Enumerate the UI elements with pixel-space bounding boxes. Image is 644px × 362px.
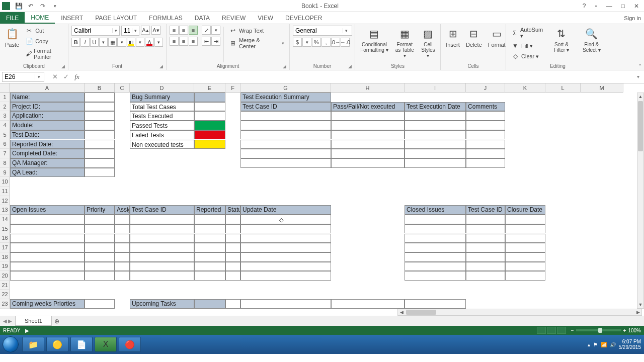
- zoom-slider[interactable]: [576, 329, 621, 331]
- cell[interactable]: [405, 243, 466, 252]
- worksheet-grid[interactable]: ABCDEFGHIJKLM 12345678910111213141516171…: [0, 83, 644, 316]
- cell[interactable]: [240, 234, 331, 243]
- cell[interactable]: Non executed tests: [130, 140, 194, 149]
- cell[interactable]: [466, 224, 505, 234]
- merge-center-button[interactable]: ⊞Merge & Center▾: [227, 36, 286, 50]
- tab-formulas[interactable]: FORMULAS: [143, 12, 189, 24]
- cell[interactable]: [194, 234, 225, 243]
- cell[interactable]: Name:: [10, 93, 85, 102]
- insert-function-icon[interactable]: fx: [71, 72, 83, 82]
- horizontal-scrollbar[interactable]: ◀ ▶: [397, 309, 642, 316]
- cell[interactable]: [194, 121, 225, 130]
- cell[interactable]: [225, 262, 240, 272]
- cell[interactable]: Completed Date:: [10, 149, 85, 158]
- cut-button[interactable]: ✂Cut: [23, 26, 65, 36]
- row-header-13[interactable]: 13: [0, 205, 10, 215]
- cell[interactable]: [130, 224, 194, 234]
- cell[interactable]: [331, 140, 405, 149]
- number-dialog-launcher[interactable]: ◢: [348, 64, 352, 69]
- percent-button[interactable]: %: [312, 38, 321, 47]
- maximize-button[interactable]: □: [619, 2, 627, 11]
- new-sheet-button[interactable]: ⊕: [52, 316, 62, 326]
- hscroll-thumb[interactable]: [406, 310, 436, 315]
- cell[interactable]: [240, 243, 331, 252]
- task-explorer[interactable]: 📁: [22, 337, 44, 352]
- tray-flag-icon[interactable]: ⚑: [593, 342, 598, 347]
- cell[interactable]: Open Issues: [10, 205, 85, 215]
- pagelayout-view-button[interactable]: [547, 327, 556, 334]
- alignment-dialog-launcher[interactable]: ◢: [283, 64, 286, 69]
- cell[interactable]: Coming weeks Priorties: [10, 299, 85, 309]
- row-header-11[interactable]: 11: [0, 187, 10, 196]
- font-color-menu[interactable]: ▾: [154, 38, 163, 47]
- align-left-button[interactable]: ≡: [170, 37, 179, 46]
- row-header-12[interactable]: 12: [0, 196, 10, 206]
- cell[interactable]: [10, 243, 85, 252]
- cell[interactable]: [405, 262, 466, 272]
- cell[interactable]: [225, 215, 240, 224]
- cell[interactable]: [194, 243, 225, 252]
- cell[interactable]: [505, 215, 545, 224]
- cell[interactable]: [505, 243, 545, 252]
- borders-menu[interactable]: ▾: [117, 38, 126, 47]
- cell[interactable]: [466, 252, 505, 262]
- scroll-up-icon[interactable]: ▲: [638, 93, 643, 100]
- cell[interactable]: [240, 271, 331, 281]
- align-middle-button[interactable]: ≡: [179, 26, 188, 35]
- cell[interactable]: [505, 252, 545, 262]
- cell[interactable]: Pass/Fail/Not executed: [331, 102, 405, 112]
- cell[interactable]: [85, 93, 115, 102]
- chevron-down-icon[interactable]: ▾: [35, 74, 43, 79]
- col-header-E[interactable]: E: [194, 83, 225, 93]
- cell[interactable]: [194, 111, 225, 121]
- cell[interactable]: [240, 262, 331, 272]
- cell[interactable]: [85, 102, 115, 112]
- tray-clock[interactable]: 6:07 PM 5/29/2015: [619, 339, 641, 350]
- cell[interactable]: [466, 215, 505, 224]
- cell[interactable]: Assigned: [115, 205, 130, 215]
- cell[interactable]: [405, 252, 466, 262]
- cell[interactable]: [240, 140, 331, 149]
- normal-view-button[interactable]: [537, 327, 546, 334]
- cell[interactable]: [225, 234, 240, 243]
- zoom-level[interactable]: 100%: [628, 328, 641, 333]
- cell[interactable]: [194, 140, 225, 149]
- cell[interactable]: [194, 102, 225, 112]
- cell[interactable]: Closed Issues: [405, 205, 466, 215]
- cancel-formula-icon[interactable]: ✕: [49, 72, 60, 82]
- format-painter-button[interactable]: 🖌Format Painter: [23, 47, 65, 61]
- cell[interactable]: Update Date: [240, 205, 331, 215]
- cell[interactable]: [466, 262, 505, 272]
- cell[interactable]: [10, 215, 85, 224]
- cell[interactable]: [85, 262, 115, 272]
- cell[interactable]: Reported: [194, 205, 225, 215]
- row-header-16[interactable]: 16: [0, 233, 10, 243]
- col-header-F[interactable]: F: [225, 83, 240, 93]
- fill-color-menu[interactable]: ▾: [136, 38, 144, 47]
- cell[interactable]: [225, 299, 240, 309]
- collapse-ribbon-icon[interactable]: ⌃: [638, 63, 642, 69]
- cell[interactable]: Reported Date:: [10, 140, 85, 149]
- cell[interactable]: [115, 252, 130, 262]
- formula-input[interactable]: [85, 72, 634, 82]
- cell[interactable]: Status: [225, 205, 240, 215]
- cell[interactable]: [130, 262, 194, 272]
- cell[interactable]: [115, 215, 130, 224]
- insert-cells-button[interactable]: ⊞Insert: [444, 26, 462, 63]
- increase-decimal-button[interactable]: .0→: [331, 38, 340, 47]
- align-top-button[interactable]: ≡: [170, 26, 179, 35]
- cell[interactable]: [225, 271, 240, 281]
- cell[interactable]: [85, 299, 115, 309]
- col-header-K[interactable]: K: [505, 83, 545, 93]
- bold-button[interactable]: B: [71, 38, 80, 47]
- cell[interactable]: [225, 224, 240, 234]
- cell[interactable]: [240, 149, 331, 158]
- find-select-button[interactable]: 🔍Find & Select ▾: [577, 26, 606, 63]
- align-center-button[interactable]: ≡: [179, 37, 188, 46]
- col-header-L[interactable]: L: [545, 83, 581, 93]
- col-header-B[interactable]: B: [85, 83, 115, 93]
- number-format-combo[interactable]: ▾: [293, 26, 352, 36]
- row-header-23[interactable]: 23: [0, 299, 10, 309]
- row-header-14[interactable]: 14: [0, 215, 10, 224]
- paste-button[interactable]: 📋 Paste: [3, 26, 21, 63]
